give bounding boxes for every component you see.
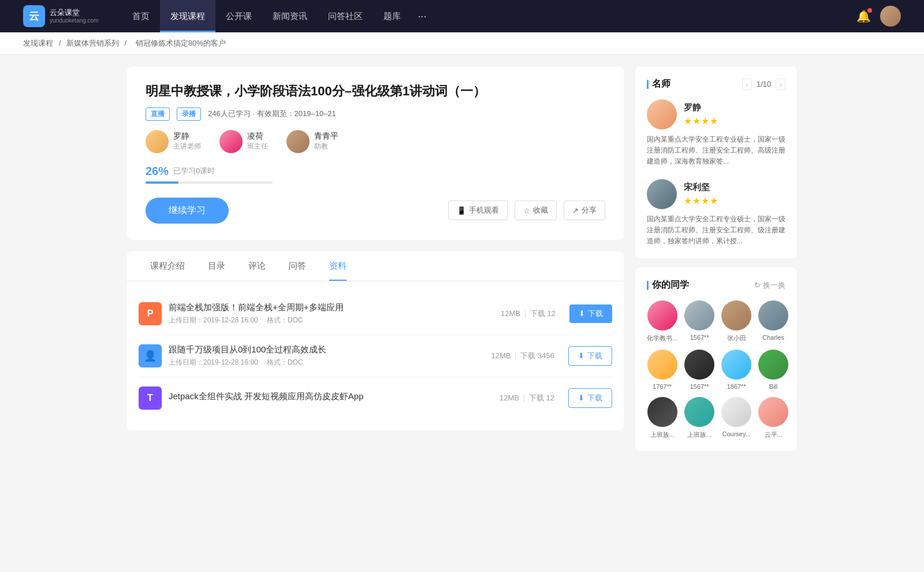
badge-record: 录播 [177,107,201,121]
download-button-3[interactable]: ⬇ 下载 [568,388,612,408]
download-icon-1: ⬇ [579,309,585,318]
share-label: 分享 [582,205,597,216]
file-size-2: 12MB [491,351,511,360]
teachers-page: 1/10 [757,80,771,88]
course-card: 明星中教授课，小学阶段语法100分–强化级第1讲动词（一） 直播 录播 246人… [127,66,624,240]
breadcrumb-link-discover[interactable]: 发现课程 [23,39,53,47]
teachers-next-button[interactable]: › [776,79,785,90]
nav-item-questions[interactable]: 题库 [373,0,411,32]
classmate-8-avatar-img [758,350,788,380]
navigation: 云 云朵课堂 yunduoketang.com 首页 发现课程 公开课 新闻资讯… [0,0,924,32]
refresh-label: 换一换 [763,280,785,291]
classmate-10-avatar-img [684,397,714,427]
file-name-1: 前端全栈加强版！前端全栈+全周期+多端应用 [169,302,487,313]
teachers-prev-button[interactable]: ‹ [742,79,752,90]
teacher-1-name: 罗静 [173,131,201,142]
teacher-1: 罗静 主讲老师 [146,130,201,153]
tab-reviews[interactable]: 评论 [237,251,277,281]
progress-label: 26% 已学习0课时 [146,165,605,178]
nav-item-discover[interactable]: 发现课程 [160,0,215,32]
share-icon: ↗ [572,206,579,215]
teacher-card-1-avatar [647,99,677,129]
collect-button[interactable]: ☆ 收藏 [515,200,557,220]
download-button-1[interactable]: ⬇ 下载 [569,304,612,323]
sidebar: 名师 ‹ 1/10 › 罗静 ★★★★ 国内某 [635,66,797,460]
file-info-3: Jetpack全组件实战 开发短视频应用高仿皮皮虾App [169,391,486,404]
classmate-11[interactable]: Coursey... [721,397,751,439]
refresh-classmates-button[interactable]: ↻ 换一换 [754,280,785,291]
logo-icon: 云 [23,5,45,27]
mobile-watch-label: 手机观看 [469,205,499,216]
classmate-4[interactable]: Charles [758,300,788,343]
download-button-2[interactable]: ⬇ 下载 [568,346,612,366]
classmate-10-avatar [684,397,714,427]
course-meta-text: 246人已学习 · 有效期至：2019–10–21 [208,109,336,119]
breadcrumb-link-series[interactable]: 新媒体营销系列 [66,39,119,47]
continue-learning-button[interactable]: 继续学习 [146,198,229,224]
breadcrumb-sep-1: / [59,39,63,47]
teacher-2-role: 班主任 [247,142,268,151]
classmate-7-avatar [721,350,751,380]
classmate-3[interactable]: 张小田 [721,300,751,343]
classmate-6[interactable]: 1567** [684,350,714,390]
download-label-1: 下载 [588,309,603,319]
star-icon: ☆ [523,206,530,215]
classmate-9[interactable]: 上班族... [647,397,677,439]
file-meta-1: 上传日期：2019-12-28 16:00 格式：DOC [169,315,487,325]
refresh-icon: ↻ [754,281,761,289]
classmates-grid: 化学教书... 1567** 张小田 [647,300,785,439]
badge-live: 直播 [146,107,170,121]
download-icon-2: ⬇ [578,351,584,360]
classmates-header: 你的同学 ↻ 换一换 [647,279,785,291]
teacher-card-1: 罗静 ★★★★ 国内某重点大学安全工程专业硕士，国家一级注册消防工程师、注册安全… [647,99,785,168]
classmate-10-name: 上班族... [687,430,711,439]
classmate-5[interactable]: 1767** [647,350,677,390]
classmate-3-avatar [721,300,751,330]
teacher-card-1-avatar-img [647,99,677,129]
course-actions: 继续学习 📱 手机观看 ☆ 收藏 ↗ 分享 [146,198,605,224]
progress-percentage: 26% [146,165,169,178]
classmate-10[interactable]: 上班族... [684,397,714,439]
download-label-3: 下载 [587,393,602,403]
teacher-3-name: 青青平 [314,131,338,142]
classmate-6-avatar [684,350,714,380]
classmate-12[interactable]: 云平... [758,397,788,439]
teacher-card-1-top: 罗静 ★★★★ [647,99,785,129]
classmate-1-avatar-img [647,300,677,330]
tab-intro[interactable]: 课程介绍 [139,251,196,281]
action-buttons: 📱 手机观看 ☆ 收藏 ↗ 分享 [448,200,605,220]
classmate-8[interactable]: Bill [758,350,788,390]
mobile-watch-button[interactable]: 📱 手机观看 [448,200,508,220]
nav-item-home[interactable]: 首页 [122,0,160,32]
nav-item-news[interactable]: 新闻资讯 [262,0,318,32]
classmate-7[interactable]: 1867** [721,350,751,390]
user-avatar[interactable] [880,6,901,27]
classmate-1-name: 化学教书... [647,334,677,343]
teacher-card-2: 宋利坚 ★★★★ 国内某重点大学安全工程专业硕士，国家一级注册消防工程师、注册安… [647,179,785,247]
teacher-3-avatar [286,130,310,153]
file-item-3: T Jetpack全组件实战 开发短视频应用高仿皮皮虾App 12MB 下载 1… [139,377,612,419]
teacher-3: 青青平 助教 [286,130,338,153]
tab-catalog[interactable]: 目录 [196,251,237,281]
progress-text: 已学习0课时 [173,166,215,176]
tabs-header: 课程介绍 目录 评论 问答 资料 [127,251,624,281]
teacher-card-1-desc: 国内某重点大学安全工程专业硕士，国家一级注册消防工程师、注册安全工程师、高级注册… [647,134,785,168]
collect-label: 收藏 [533,205,548,216]
avatar-image [880,6,901,27]
classmate-4-name: Charles [762,334,784,341]
classmates-panel-title: 你的同学 [647,279,689,291]
teachers-panel-header: 名师 ‹ 1/10 › [647,78,785,90]
teacher-2-avatar [219,130,243,153]
classmate-9-avatar [647,397,677,427]
logo[interactable]: 云 云朵课堂 yunduoketang.com [23,5,99,27]
nav-more[interactable]: ··· [411,10,434,23]
nav-item-open[interactable]: 公开课 [215,0,262,32]
tab-qa[interactable]: 问答 [277,251,318,281]
classmate-3-name: 张小田 [727,334,746,343]
classmate-2[interactable]: 1567** [684,300,714,343]
tab-materials[interactable]: 资料 [318,251,358,281]
nav-item-qa[interactable]: 问答社区 [318,0,373,32]
notification-bell[interactable]: 🔔 [856,9,871,23]
share-button[interactable]: ↗ 分享 [564,200,605,220]
classmate-1[interactable]: 化学教书... [647,300,677,343]
